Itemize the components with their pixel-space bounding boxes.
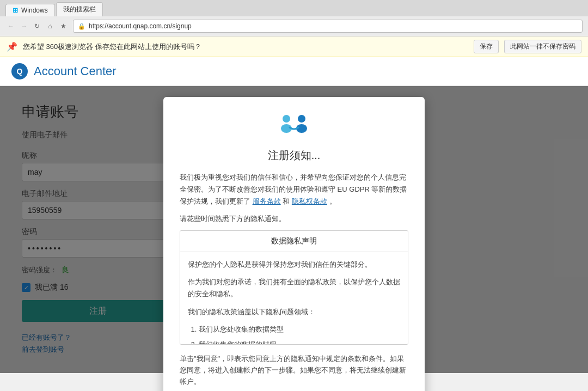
page-header: Q Account Center	[0, 57, 588, 86]
modal-icon-area	[180, 113, 408, 140]
privacy-box-content: 保护您的个人隐私是获得并保持您对我们信任的关键部分。 作为我们对您的承诺，我们拥…	[180, 252, 408, 345]
notification-text: 您希望 360极速浏览器 保存您在此网站上使用的账号吗？	[23, 42, 468, 52]
privacy-box-header: 数据隐私声明	[180, 231, 408, 252]
page-title: Account Center	[34, 64, 117, 78]
modal-agreement-text: 单击"我同意"，即表示您同意上方的隐私通知中规定的条款和条件。如果您同意，将进入…	[180, 353, 408, 387]
modal-overlay: 注册须知... 我们极为重视您对我们的信任和信心，并希望向您保证对您的个人信息完…	[0, 86, 588, 373]
privacy-para-1: 保护您的个人隐私是获得并保持您对我们信任的关键部分。	[188, 259, 400, 271]
browser-toolbar: ← → ↻ ⌂ ★ 🔒 https://account.qnap.com.cn/…	[0, 16, 588, 36]
browser-tabs: ⊞ Windows 我的搜索栏	[0, 0, 588, 16]
save-password-button[interactable]: 保存	[474, 40, 499, 53]
handshake-icon	[278, 113, 310, 140]
modal-notice-text: 请花些时间熟悉下方的隐私通知。	[180, 214, 408, 224]
windows-logo-icon: ⊞	[13, 7, 18, 14]
address-url: https://account.qnap.com.cn/signup	[89, 22, 192, 30]
privacy-para-2: 作为我们对您的承诺，我们拥有全面的隐私政策，以保护您个人数据的安全和隐私。	[188, 276, 400, 300]
svg-point-2	[283, 115, 290, 123]
home-button[interactable]: ⌂	[45, 21, 56, 32]
tab-windows-label: Windows	[21, 7, 48, 14]
bookmark-button[interactable]: ★	[58, 21, 69, 32]
privacy-list-item-2: 我们收集您的数据的时间	[199, 339, 400, 345]
modal-title: 注册须知...	[180, 148, 408, 163]
https-icon: 🔒	[78, 23, 85, 30]
modal-dialog: 注册须知... 我们极为重视您对我们的信任和信心，并希望向您保证对您的个人信息完…	[163, 97, 425, 391]
service-terms-link[interactable]: 服务条款	[253, 197, 281, 205]
tab-search-label: 我的搜索栏	[63, 5, 96, 14]
no-save-password-button[interactable]: 此网站一律不保存密码	[504, 40, 581, 53]
refresh-button[interactable]: ↻	[32, 21, 42, 32]
privacy-para-3: 我们的隐私政策涵盖以下隐私问题领域：	[188, 306, 400, 318]
back-button[interactable]: ←	[5, 21, 16, 32]
privacy-list-item-1: 我们从您处收集的数据类型	[199, 323, 400, 335]
modal-body-text: 我们极为重视您对我们的信任和信心，并希望向您保证对您的个人信息完全保密。为了不断…	[180, 172, 408, 207]
qnap-logo-icon: Q	[11, 63, 28, 80]
svg-point-4	[298, 115, 305, 123]
privacy-terms-link[interactable]: 隐私权条款	[292, 197, 327, 205]
browser-tab-search[interactable]: 我的搜索栏	[56, 2, 103, 16]
nav-buttons: ← → ↻ ⌂ ★	[5, 21, 69, 32]
svg-text:Q: Q	[17, 67, 23, 76]
address-bar[interactable]: 🔒 https://account.qnap.com.cn/signup	[73, 20, 583, 33]
forward-button[interactable]: →	[19, 21, 29, 32]
privacy-box[interactable]: 数据隐私声明 保护您的个人隐私是获得并保持您对我们信任的关键部分。 作为我们对您…	[180, 230, 408, 345]
browser-tab-windows[interactable]: ⊞ Windows	[5, 4, 55, 16]
main-content: 申请账号 使用电子邮件 昵称 may 电子邮件地址 15950559 密码 ••…	[0, 86, 588, 373]
notification-bar: 📌 您希望 360极速浏览器 保存您在此网站上使用的账号吗？ 保存 此网站一律不…	[0, 36, 588, 57]
pin-icon: 📌	[7, 41, 17, 52]
